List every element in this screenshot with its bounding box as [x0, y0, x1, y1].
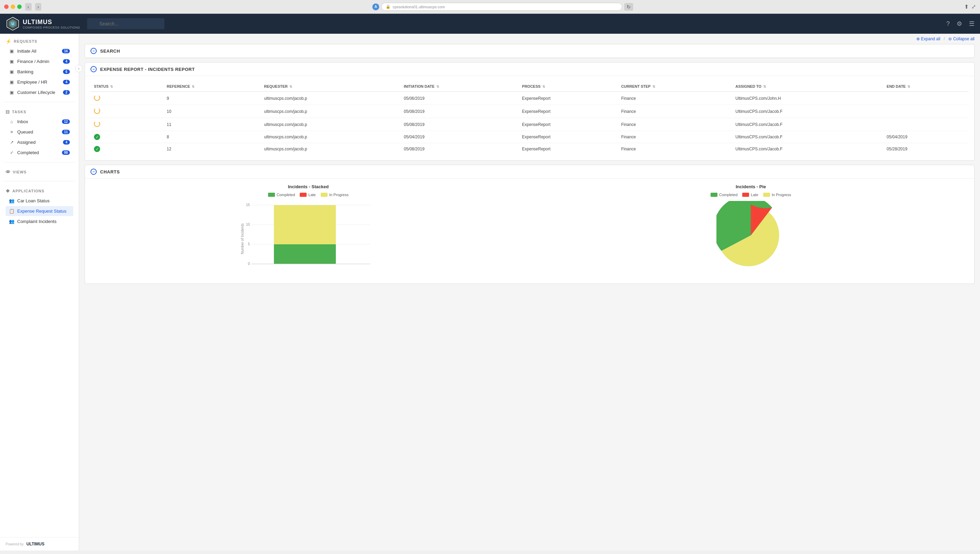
col-initiation-date[interactable]: INITIATION DATE ⇅ — [401, 81, 519, 92]
inbox-icon: ⌂ — [9, 119, 14, 124]
cell-end_date — [883, 105, 969, 118]
cell-initiation_date: 05/08/2019 — [401, 118, 519, 131]
legend-completed-color — [268, 193, 275, 197]
logo-area: U ULTIMUS COMPOSED PROCESS SOLUTIONS — [5, 16, 80, 31]
car-loan-icon: 👥 — [9, 198, 14, 203]
search-input[interactable] — [87, 18, 164, 29]
close-button[interactable] — [4, 5, 9, 9]
sidebar-item-initiate-all[interactable]: ▣ Initiate All 16 — [5, 46, 73, 56]
help-button[interactable]: ? — [946, 20, 950, 27]
reload-button[interactable]: ↻ — [624, 3, 633, 11]
cell-requester: ultimuscps.com/jacob.p — [261, 92, 401, 105]
badge-inbox: 12 — [62, 119, 70, 124]
address-bar[interactable]: 🔒 cpssolutions01.ultimuscps.com — [381, 3, 622, 11]
table-row: 10ultimuscps.com/jacob.p05/08/2019Expens… — [91, 105, 969, 118]
table-row: 11ultimuscps.com/jacob.p05/08/2019Expens… — [91, 118, 969, 131]
sidebar-item-banking[interactable]: ▣ Banking 6 — [5, 67, 73, 77]
sidebar-section-tasks: ⊟ TASKS ⌂ Inbox 12 ≡ Queued 11 ↗ — [0, 104, 79, 160]
status-icon-done: ✓ — [94, 134, 100, 140]
cell-requester: ultimuscps.com/jacob.p — [261, 131, 401, 143]
expand-all-button[interactable]: ⊕ Expand all — [916, 37, 940, 41]
bar-in-progress — [274, 205, 336, 244]
badge-employee-hr: 4 — [63, 80, 70, 84]
cell-initiation_date: 05/08/2019 — [401, 105, 519, 118]
status-icon-in-progress — [94, 108, 100, 114]
sidebar-item-completed[interactable]: ✓ Completed 98 — [5, 148, 73, 158]
pie-chart-wrapper: Incidents - Pie Completed Late — [533, 184, 969, 278]
cell-reference: 12 — [164, 143, 261, 155]
list-icon-3: ▣ — [9, 69, 14, 74]
back-button[interactable]: ‹ — [25, 3, 32, 11]
share-button[interactable]: ⬆ — [964, 3, 969, 10]
sidebar-item-inbox[interactable]: ⌂ Inbox 12 — [5, 117, 73, 127]
col-reference[interactable]: REFERENCE ⇅ — [164, 81, 261, 92]
cell-initiation_date: 05/08/2019 — [401, 143, 519, 155]
minimize-button[interactable] — [11, 5, 15, 9]
cell-initiation_date: 05/06/2019 — [401, 92, 519, 105]
search-panel-title: SEARCH — [100, 49, 120, 54]
sidebar-item-expense-request[interactable]: 📋 Expense Request Status — [5, 206, 73, 216]
cell-process: ExpenseReport — [519, 131, 618, 143]
cell-assigned_to: UltimusCPS.com/Jacob.F — [732, 105, 883, 118]
settings-button[interactable]: ⚙ — [956, 20, 962, 27]
assigned-icon: ↗ — [9, 140, 14, 145]
status-icon-in-progress — [94, 95, 100, 101]
col-process[interactable]: PROCESS ⇅ — [519, 81, 618, 92]
cell-end_date: 05/28/2019 — [883, 143, 969, 155]
sidebar-item-car-loan[interactable]: 👥 Car Loan Status — [5, 196, 73, 206]
search-panel-toggle[interactable]: − — [91, 48, 97, 54]
sidebar-item-complaint-incidents[interactable]: 👥 Complaint Incidents — [5, 217, 73, 226]
sidebar-item-finance-admin[interactable]: ▣ Finance / Admin 4 — [5, 56, 73, 67]
sidebar-collapse-button[interactable]: ‹ — [75, 65, 83, 72]
badge-customer-lifecycle: 2 — [63, 90, 70, 95]
content-area: ⊕ Expand all / ⊖ Collapse all − SEARCH −… — [79, 34, 980, 551]
maximize-button[interactable] — [17, 5, 22, 9]
status-cell: ✓ — [91, 143, 164, 155]
col-current-step[interactable]: CURRENT STEP ⇅ — [618, 81, 732, 92]
col-end-date[interactable]: END DATE ⇅ — [883, 81, 969, 92]
fullscreen-button[interactable]: ⤢ — [971, 3, 976, 10]
pie-chart-legend: Completed Late In Progress — [533, 193, 969, 197]
sidebar-footer: Powered by ULTIMUS — [0, 537, 79, 551]
stacked-bar-chart: 15 10 5 0 — [91, 201, 526, 277]
divider-2 — [3, 162, 75, 162]
status-cell — [91, 92, 164, 105]
sidebar-item-employee-hr[interactable]: ▣ Employee / HR 4 — [5, 77, 73, 87]
forward-button[interactable]: › — [35, 3, 41, 11]
queued-icon: ≡ — [9, 129, 14, 135]
logo-title: ULTIMUS — [23, 19, 80, 26]
app: U ULTIMUS COMPOSED PROCESS SOLUTIONS 🔍 ?… — [0, 14, 980, 551]
bar-completed — [274, 244, 336, 264]
sidebar-item-assigned[interactable]: ↗ Assigned 4 — [5, 137, 73, 147]
col-assigned-to[interactable]: ASSIGNED TO ⇅ — [732, 81, 883, 92]
status-icon-done: ✓ — [94, 146, 100, 152]
pie-legend-late: Late — [742, 193, 758, 197]
cell-initiation_date: 05/04/2019 — [401, 131, 519, 143]
cell-process: ExpenseReport — [519, 143, 618, 155]
cell-current_step: Finance — [618, 118, 732, 131]
cell-current_step: Finance — [618, 105, 732, 118]
menu-button[interactable]: ☰ — [969, 20, 975, 27]
col-status[interactable]: STATUS ⇅ — [91, 81, 164, 92]
nav-actions: ? ⚙ ☰ — [946, 20, 975, 27]
sidebar-item-customer-lifecycle[interactable]: ▣ Customer Lifecycle 2 — [5, 88, 73, 97]
svg-text:U: U — [11, 22, 14, 26]
cell-reference: 8 — [164, 131, 261, 143]
cell-process: ExpenseReport — [519, 118, 618, 131]
collapse-all-button[interactable]: ⊖ Collapse all — [948, 37, 975, 41]
legend-in-progress-color — [321, 193, 328, 197]
browser-chrome: ‹ › A 🔒 cpssolutions01.ultimuscps.com ↻ … — [0, 0, 980, 14]
col-requester[interactable]: REQUESTER ⇅ — [261, 81, 401, 92]
list-icon-2: ▣ — [9, 59, 14, 64]
search-wrapper: 🔍 — [87, 18, 939, 29]
cell-requester: ultimuscps.com/jacob.p — [261, 105, 401, 118]
sidebar-item-queued[interactable]: ≡ Queued 11 — [5, 127, 73, 137]
completed-icon: ✓ — [9, 150, 14, 155]
expense-panel-toggle[interactable]: − — [91, 66, 97, 72]
status-icon-in-progress — [94, 121, 100, 127]
status-cell — [91, 105, 164, 118]
cell-reference: 10 — [164, 105, 261, 118]
charts-panel-toggle[interactable]: − — [91, 169, 97, 175]
section-title-views: 👁 VIEWS — [5, 169, 73, 175]
eye-icon: 👁 — [5, 169, 11, 175]
